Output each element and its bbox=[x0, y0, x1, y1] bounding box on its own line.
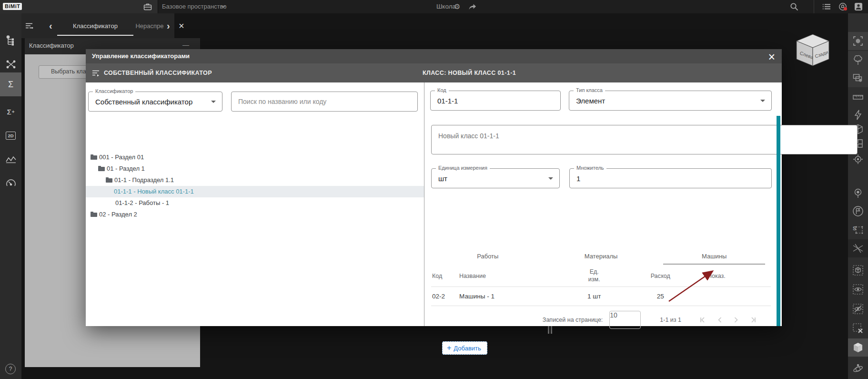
close-tab-icon[interactable]: × bbox=[179, 13, 184, 38]
app-root: { "app": {"logo": "BiMiT", "workspace_se… bbox=[0, 0, 868, 379]
cell-unit: 1 шт bbox=[560, 293, 628, 300]
minimize-icon[interactable]: — bbox=[182, 41, 189, 49]
settings-gear-icon[interactable]: ⚙ bbox=[454, 0, 460, 13]
own-classifier-header: СОБСТВЕННЫЙ КЛАССИФИКАТОР bbox=[104, 70, 212, 76]
tab-unallocated[interactable]: Нераспре bbox=[135, 13, 164, 38]
briefcase-icon[interactable] bbox=[143, 3, 152, 10]
dialog-title: Управление классификаторами bbox=[92, 52, 190, 60]
top-bar-left: BiMiT bbox=[0, 0, 158, 13]
description-field[interactable]: Новый класс 01-1-1 bbox=[431, 125, 858, 154]
flag-icon[interactable] bbox=[848, 202, 868, 220]
multiplier-field[interactable]: Множитель 1 bbox=[569, 168, 772, 188]
tree-search-field bbox=[231, 92, 418, 112]
last-page-icon[interactable] bbox=[751, 317, 757, 323]
chevron-down-icon bbox=[760, 100, 765, 102]
tab-label: Работы bbox=[477, 253, 498, 260]
sort-menu-icon[interactable] bbox=[92, 70, 100, 77]
profile-icon[interactable] bbox=[854, 2, 863, 11]
connections-icon[interactable] bbox=[0, 54, 21, 75]
selection-set-glyph: S bbox=[853, 225, 856, 231]
code-field-value: 01-1-1 bbox=[437, 91, 547, 110]
chevron-down-icon bbox=[211, 101, 216, 103]
gauge-icon[interactable] bbox=[0, 173, 21, 194]
tree-item[interactable]: 01-1-2 - Работы - 1 bbox=[86, 197, 424, 209]
left-toolbar: Σ Σ+ 2D ? bbox=[0, 13, 21, 379]
vegetation-icon[interactable] bbox=[848, 51, 868, 69]
tree-item-label: 001 - Раздел 01 bbox=[99, 154, 144, 161]
add-button[interactable]: + Добавить bbox=[442, 341, 487, 355]
scroll-tabs-right-icon[interactable]: › bbox=[167, 13, 170, 38]
tree-item[interactable]: 001 - Раздел 01 bbox=[86, 152, 424, 163]
tree-item-label: 01 - Раздел 1 bbox=[107, 165, 145, 172]
notification-badge bbox=[844, 7, 847, 10]
tab-works[interactable]: Работы bbox=[431, 249, 545, 265]
search-icon[interactable] bbox=[790, 2, 798, 11]
gps-icon[interactable] bbox=[848, 184, 868, 202]
pagination: Записей на странице: 10 1-1 из 1 bbox=[431, 309, 771, 330]
2d-glyph: 2D bbox=[6, 132, 15, 140]
help-icon[interactable]: ? bbox=[5, 364, 16, 374]
selection-display-icon[interactable] bbox=[848, 69, 868, 87]
tree-item[interactable]: 02 - Раздел 2 bbox=[86, 209, 424, 220]
visibility-off-icon[interactable] bbox=[848, 300, 868, 318]
workspace-label: Базовое пространство bbox=[162, 3, 227, 10]
page-size-label: Записей на странице: bbox=[543, 317, 603, 323]
table-row[interactable]: 02-2 Машины - 1 1 шт 25 bbox=[431, 287, 771, 306]
class-type-value: Элемент bbox=[576, 91, 758, 110]
sum-glyph: Σ bbox=[8, 80, 13, 90]
unit-select[interactable]: Единица измерения шт bbox=[431, 168, 560, 188]
cell-name: Машины - 1 bbox=[458, 293, 560, 300]
tree-search-input[interactable] bbox=[232, 92, 417, 111]
tree-item-label: 01-1 - Подраздел 1.1 bbox=[114, 176, 174, 184]
tab-list-menu-icon[interactable] bbox=[25, 13, 33, 38]
hide-box-icon[interactable] bbox=[848, 261, 868, 279]
dialog-close-icon[interactable]: × bbox=[768, 51, 775, 63]
dialog-titlebar[interactable]: Управление классификаторами × bbox=[86, 49, 782, 63]
scroll-tabs-left-icon[interactable]: ‹ bbox=[49, 13, 52, 38]
model-structure-icon[interactable] bbox=[0, 30, 21, 51]
measure-icon[interactable] bbox=[848, 88, 868, 106]
tab-machines[interactable]: Машины bbox=[657, 249, 771, 265]
workspace-selector[interactable]: Базовое пространство bbox=[162, 0, 227, 13]
chevron-down-icon[interactable] bbox=[221, 6, 226, 8]
tab-label: Классификатор bbox=[73, 22, 118, 30]
list-icon[interactable] bbox=[822, 2, 831, 11]
classifier-select[interactable]: Классификатор Собственный классификатор bbox=[88, 92, 222, 112]
code-field[interactable]: Код 01-1-1 bbox=[430, 91, 561, 111]
orbit-icon[interactable] bbox=[848, 360, 868, 378]
sum-add-icon[interactable]: Σ+ bbox=[0, 101, 21, 122]
visibility-icon[interactable] bbox=[848, 280, 868, 298]
sum-icon[interactable]: Σ bbox=[0, 72, 21, 96]
fit-view-icon[interactable] bbox=[848, 32, 868, 50]
tree-item-selected[interactable]: 01-1-1 - Новый класс 01-1-1 bbox=[86, 186, 424, 197]
page-range: 1-1 из 1 bbox=[660, 317, 681, 323]
notifications-icon[interactable] bbox=[838, 2, 848, 11]
graph-icon[interactable] bbox=[0, 149, 21, 170]
multiplier-value: 1 bbox=[576, 169, 758, 188]
unit-value: шт bbox=[438, 169, 546, 188]
help-glyph: ? bbox=[9, 366, 12, 372]
chevron-left-glyph: ‹ bbox=[49, 20, 52, 31]
tab-materials[interactable]: Материалы bbox=[545, 249, 658, 265]
delete-selection-icon[interactable] bbox=[848, 319, 868, 338]
class-header: КЛАСС: НОВЫЙ КЛАСС 01-1-1 bbox=[423, 70, 516, 76]
next-page-icon[interactable] bbox=[734, 317, 738, 323]
previous-page-icon[interactable] bbox=[717, 317, 722, 323]
share-icon[interactable] bbox=[468, 3, 476, 10]
first-page-icon[interactable] bbox=[699, 317, 705, 323]
cell-consumption: 25 bbox=[628, 293, 693, 300]
selection-set-icon[interactable]: S bbox=[848, 221, 868, 239]
tree-item-label: 01-1-1 - Новый класс 01-1-1 bbox=[114, 188, 194, 195]
2d-mode-icon[interactable]: 2D bbox=[0, 125, 21, 146]
tree-item[interactable]: 01 - Раздел 1 bbox=[86, 163, 424, 174]
topbar-divider bbox=[158, 0, 158, 13]
axes-cross-icon[interactable] bbox=[848, 239, 868, 257]
view-cube[interactable]: Слева Сзади bbox=[794, 33, 832, 67]
tab-classifier[interactable]: Классификатор bbox=[57, 13, 133, 38]
column-header-name: Название bbox=[458, 273, 560, 279]
dialog-scrollbar[interactable] bbox=[777, 116, 780, 326]
class-type-select[interactable]: Тип класса Элемент bbox=[569, 91, 772, 111]
solid-view-icon[interactable] bbox=[848, 338, 868, 357]
page-size-select[interactable]: 10 bbox=[609, 311, 641, 329]
tree-item[interactable]: 01-1 - Подраздел 1.1 bbox=[86, 174, 424, 186]
